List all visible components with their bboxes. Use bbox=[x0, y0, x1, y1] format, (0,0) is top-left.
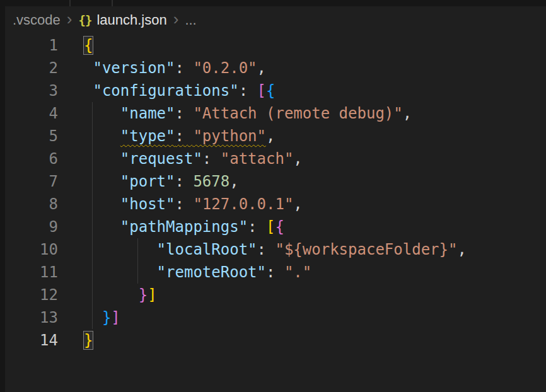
line-number[interactable]: 11 bbox=[0, 261, 58, 284]
matched-bracket: } bbox=[84, 331, 93, 349]
code-line[interactable]: 4 "name": "Attach (remote debug)", bbox=[0, 102, 546, 125]
line-number[interactable]: 14 bbox=[0, 329, 58, 352]
code-content: "pathMappings": [{ bbox=[84, 216, 284, 238]
code-line[interactable]: 10 "localRoot": "${workspaceFolder}", bbox=[0, 238, 546, 261]
code-token: , bbox=[293, 195, 302, 213]
code-line[interactable]: 9 "pathMappings": [{ bbox=[0, 216, 546, 238]
code-line[interactable]: 14} bbox=[0, 329, 546, 352]
code-token: : bbox=[175, 195, 194, 213]
code-token bbox=[84, 263, 157, 281]
breadcrumb-file-label: launch.json bbox=[96, 12, 166, 28]
code-token: 5678 bbox=[193, 173, 229, 190]
line-number[interactable]: 6 bbox=[0, 147, 58, 170]
code-content: "host": "127.0.0.1", bbox=[84, 193, 303, 216]
code-token: "python" bbox=[193, 127, 266, 145]
code-token bbox=[84, 105, 120, 122]
code-line[interactable]: 2 "version": "0.2.0", bbox=[0, 57, 546, 79]
line-number[interactable]: 9 bbox=[0, 216, 58, 238]
code-token: "configurations" bbox=[93, 82, 238, 100]
line-number[interactable]: 8 bbox=[0, 193, 58, 216]
code-token: ] bbox=[148, 286, 156, 304]
code-token: "localRoot" bbox=[157, 241, 257, 258]
vscode-editor-window: .vscode › {} launch.json › ... 1{2 "vers… bbox=[0, 0, 546, 392]
code-token: : bbox=[202, 150, 221, 168]
code-token: ] bbox=[111, 309, 120, 326]
code-token: "version" bbox=[93, 59, 175, 77]
window-left-edge bbox=[0, 0, 5, 392]
code-content: }] bbox=[84, 306, 120, 329]
code-line[interactable]: 11 "remoteRoot": "." bbox=[0, 261, 546, 284]
code-token: : bbox=[257, 241, 276, 258]
code-token bbox=[84, 150, 120, 168]
code-token: "." bbox=[284, 263, 311, 281]
code-line[interactable]: 13 }] bbox=[0, 306, 546, 329]
editor-lines: 1{2 "version": "0.2.0",3 "configurations… bbox=[0, 34, 546, 352]
breadcrumb-symbol-path[interactable]: ... bbox=[185, 12, 196, 28]
line-number[interactable]: 10 bbox=[0, 238, 58, 261]
code-content: "configurations": [{ bbox=[84, 79, 275, 102]
code-token bbox=[84, 286, 139, 304]
code-token: "attach" bbox=[221, 150, 294, 168]
code-token: } bbox=[139, 286, 148, 304]
code-token bbox=[84, 127, 120, 145]
code-token bbox=[84, 173, 120, 190]
code-content: { bbox=[84, 34, 93, 57]
code-token: "0.2.0" bbox=[193, 59, 257, 77]
code-token bbox=[84, 241, 157, 258]
code-editor[interactable]: 1{2 "version": "0.2.0",3 "configurations… bbox=[0, 34, 546, 392]
line-number[interactable]: 1 bbox=[0, 34, 58, 57]
warning-squiggle: "type": "python" bbox=[120, 127, 266, 145]
line-number[interactable]: 4 bbox=[0, 102, 58, 125]
code-line[interactable]: 12 }] bbox=[0, 284, 546, 306]
code-token: "name" bbox=[120, 105, 175, 122]
code-line[interactable]: 7 "port": 5678, bbox=[0, 170, 546, 193]
breadcrumb: .vscode › {} launch.json › ... bbox=[0, 6, 546, 34]
json-braces-icon: {} bbox=[79, 13, 92, 27]
line-number[interactable]: 5 bbox=[0, 125, 58, 147]
line-number[interactable]: 7 bbox=[0, 170, 58, 193]
code-token bbox=[84, 218, 120, 236]
breadcrumb-folder[interactable]: .vscode bbox=[13, 12, 61, 28]
code-line[interactable]: 1{ bbox=[0, 34, 546, 57]
code-content: }] bbox=[84, 284, 157, 306]
code-content: "remoteRoot": "." bbox=[84, 261, 311, 284]
code-content: "localRoot": "${workspaceFolder}", bbox=[84, 238, 467, 261]
code-token: : bbox=[175, 105, 194, 122]
code-content: "name": "Attach (remote debug)", bbox=[84, 102, 412, 125]
code-token: , bbox=[257, 59, 266, 77]
breadcrumb-file[interactable]: {} launch.json bbox=[79, 12, 167, 28]
code-content: "request": "attach", bbox=[84, 147, 303, 170]
code-token: "Attach (remote debug)" bbox=[193, 105, 402, 122]
tab-bar[interactable] bbox=[0, 0, 546, 6]
code-token: : bbox=[248, 218, 266, 236]
code-token: [ bbox=[257, 82, 266, 100]
code-token: , bbox=[293, 150, 302, 168]
code-line[interactable]: 5 "type": "python", bbox=[0, 125, 546, 147]
code-token: } bbox=[102, 309, 111, 326]
code-token: "port" bbox=[120, 173, 175, 190]
code-token: : bbox=[175, 173, 194, 190]
code-token: { bbox=[266, 82, 275, 100]
line-number[interactable]: 13 bbox=[0, 306, 58, 329]
line-number[interactable]: 12 bbox=[0, 284, 58, 306]
code-token: "remoteRoot" bbox=[157, 263, 266, 281]
code-token: , bbox=[403, 105, 412, 122]
code-line[interactable]: 6 "request": "attach", bbox=[0, 147, 546, 170]
code-line[interactable]: 8 "host": "127.0.0.1", bbox=[0, 193, 546, 216]
matched-bracket: { bbox=[84, 37, 93, 54]
chevron-right-icon: › bbox=[173, 11, 179, 27]
code-content: "type": "python", bbox=[84, 125, 275, 147]
line-number[interactable]: 3 bbox=[0, 79, 58, 102]
line-number[interactable]: 2 bbox=[0, 57, 58, 79]
code-token: : bbox=[175, 127, 194, 145]
code-token: : bbox=[239, 82, 257, 100]
code-token: , bbox=[229, 173, 238, 190]
code-token: "pathMappings" bbox=[120, 218, 248, 236]
code-token bbox=[84, 309, 102, 326]
code-token bbox=[84, 195, 120, 213]
code-line[interactable]: 3 "configurations": [{ bbox=[0, 79, 546, 102]
code-token bbox=[84, 59, 93, 77]
code-token: "127.0.0.1" bbox=[193, 195, 293, 213]
code-token: "type" bbox=[120, 127, 175, 145]
code-token: "host" bbox=[120, 195, 175, 213]
